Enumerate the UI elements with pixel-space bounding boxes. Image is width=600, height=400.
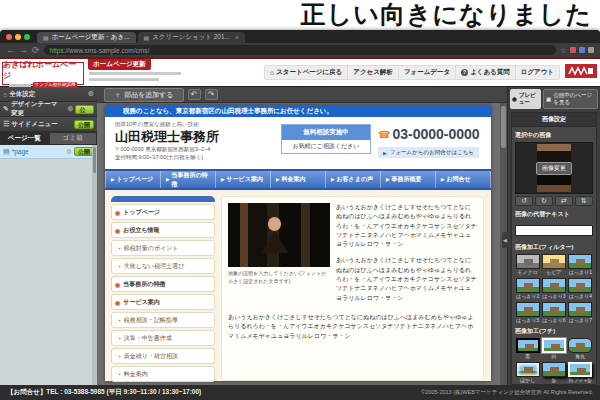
menu-item[interactable]: ◉お役立ち情報 — [111, 222, 215, 238]
editor-main: ＋ 部品を追加する ↶ ↷ 税務のことなら、東京都新宿区の山田税理士事務所にお任… — [97, 87, 507, 385]
filter-option[interactable]: はっきり2 — [515, 278, 540, 300]
site-nav-overview[interactable]: ▶事務所概要 — [380, 171, 435, 188]
filter-option[interactable]: はっきり1 — [568, 254, 593, 276]
sidebar-item-design-theme[interactable]: ✎ デザインテーマ変更 ⚙ 公開 — [0, 102, 97, 117]
site-nav-contact[interactable]: ▶お問合せ — [435, 171, 491, 188]
image-tools: ↺ ↻ ⇄ ⇅ — [515, 196, 593, 206]
publish-button[interactable]: 公開 — [74, 120, 94, 129]
filter-option[interactable]: はっきり6 — [541, 302, 566, 324]
rotate-right-button[interactable]: ↻ — [535, 196, 553, 206]
paragraph: あいうえおかきくけこさしすせそたちつてとなにぬねのはひふへほまみむめもやゃゆゅよ… — [336, 256, 477, 302]
content-photo[interactable] — [228, 203, 330, 267]
page-row-selected[interactable]: ▤ *page ⚙ 公開 — [0, 145, 97, 159]
menu-icon: ☰ — [3, 120, 9, 128]
filter-option[interactable]: はっきり7 — [568, 302, 593, 324]
consult-sub: お気軽にご相談ください — [282, 140, 370, 153]
zoom-window-icon[interactable] — [24, 34, 30, 40]
browser-action-icons: ☆ — [560, 46, 594, 55]
site-body: ◉トップページ ◉お役立ち情報 ▪節税対策のポイント ▪失敗しない税理士選び ◉… — [105, 190, 491, 381]
cms-top-nav: ⌂ スタートページに戻る アクセス解析 フォームデータ ? よくある質問 ログア… — [264, 65, 560, 80]
minimize-window-icon[interactable] — [15, 34, 21, 40]
filter-option[interactable]: はっきり4 — [568, 278, 593, 300]
site-hours: 受付時間:9:00~17:00(土日祝を除く) — [115, 154, 203, 161]
browser-tab-cms[interactable]: ▤ ホームページ更新・あき... — [37, 32, 136, 43]
site-nav-pricing[interactable]: ▶料金案内 — [270, 171, 325, 188]
footer-copyright: ©2005-2013 (株)WEBマーケティング総合研究所 All Rights… — [421, 389, 593, 396]
back-icon[interactable]: ← — [6, 45, 15, 55]
menu-item[interactable]: ▪料金案内 — [111, 366, 215, 382]
gear-icon[interactable]: ⚙ — [88, 90, 94, 98]
site-nav-services[interactable]: ▶サービス案内 — [215, 171, 270, 188]
browser-tab-screenshot[interactable]: ▤ スクリーンショット 201... × — [138, 32, 246, 43]
browser-menu-icon[interactable] — [588, 47, 594, 53]
filter-option[interactable]: はっきり3 — [541, 278, 566, 300]
nav-faq[interactable]: ? よくある質問 — [456, 66, 516, 79]
site-nav-top[interactable]: ▶トップページ — [105, 171, 160, 188]
panel-title: 画像設定 — [512, 113, 596, 127]
extension-icon[interactable] — [579, 47, 585, 53]
nav-start-page[interactable]: ⌂ スタートページに戻る — [265, 66, 348, 79]
bookmark-star-icon[interactable]: ☆ — [560, 46, 567, 55]
publish-button[interactable]: 公開 — [75, 105, 94, 114]
view-live-page-button[interactable]: ▣ 公開中のページを見る — [543, 89, 598, 109]
gear-icon[interactable]: ⚙ — [67, 105, 73, 113]
page-icon: ▤ — [3, 148, 10, 156]
tab-page-list[interactable]: ページ一覧 — [0, 132, 49, 145]
menu-item[interactable]: ▪決算・申告書作成 — [111, 330, 215, 346]
panel-collapse-handle[interactable]: ◀ — [502, 232, 508, 248]
filter-option[interactable]: モノクロ — [515, 254, 540, 276]
nav-logout[interactable]: ログアウト — [516, 66, 559, 79]
gear-icon[interactable]: ⚙ — [66, 148, 72, 156]
filter-option[interactable]: セピア — [541, 254, 566, 276]
menu-item[interactable]: ◉サービス案内 — [111, 294, 215, 310]
reload-icon[interactable]: ⟳ — [32, 45, 40, 55]
extension-icon[interactable] — [570, 47, 576, 53]
preview-button[interactable]: ◉ プレビュー — [510, 89, 541, 109]
menu-item[interactable]: ◉トップページ — [111, 204, 215, 220]
filter-option[interactable]: はっきり5 — [515, 302, 540, 324]
redo-button[interactable]: ↷ — [205, 89, 218, 100]
window-controls[interactable] — [6, 34, 30, 40]
change-image-button[interactable]: 画像変更 — [536, 162, 572, 175]
forward-icon[interactable]: → — [19, 45, 28, 55]
site-nav-features[interactable]: ▶当事務所の特徴 — [160, 171, 215, 188]
site-nav-voices[interactable]: ▶お客さまの声 — [325, 171, 380, 188]
tab-trash[interactable]: ゴミ箱 — [49, 132, 98, 145]
undo-button[interactable]: ↶ — [188, 89, 201, 100]
publish-button[interactable]: 公開 — [74, 147, 94, 156]
menu-item[interactable]: ▪節税対策のポイント — [111, 240, 215, 256]
contact-form-link[interactable]: ▶ フォームからのお問合せはこちら — [378, 147, 479, 158]
selected-image-thumb: 画像変更 — [515, 142, 593, 194]
flip-horizontal-button[interactable]: ⇄ — [555, 196, 573, 206]
nav-access-analytics[interactable]: アクセス解析 — [348, 66, 399, 79]
close-window-icon[interactable] — [6, 34, 12, 40]
rotate-left-button[interactable]: ↺ — [515, 196, 533, 206]
menu-item[interactable]: ▪失敗しない税理士選び — [111, 258, 215, 274]
border-grid: 黒 白 角丸 ぼかし 影 白フチ+影 — [515, 338, 593, 384]
border-option[interactable]: 白フチ+影 — [568, 362, 593, 384]
menu-item[interactable]: ◉当事務所の特徴 — [111, 276, 215, 292]
flip-vertical-button[interactable]: ⇅ — [575, 196, 593, 206]
site-content: 画像の説明を入力してください(フォントが小さく設定された文章です) あいうえおか… — [221, 196, 484, 381]
cms-footer: 【お問合せ】TEL : 03-5388-5985 (平日 9:30~11:30 … — [0, 385, 600, 400]
monitor-icon: ▣ — [546, 96, 551, 102]
menu-header-bar — [111, 196, 215, 202]
tab-favicon-icon: ▤ — [43, 34, 49, 41]
nav-form-data[interactable]: フォームデータ — [399, 66, 456, 79]
alt-text-input[interactable] — [515, 225, 593, 236]
border-option[interactable]: 影 — [541, 362, 566, 384]
border-option[interactable]: 黒 — [515, 338, 540, 360]
consult-badge: 無料相談実施中 — [282, 125, 370, 140]
border-option[interactable]: ぼかし — [515, 362, 540, 384]
border-option[interactable]: 白 — [541, 338, 566, 360]
border-option[interactable]: 角丸 — [568, 338, 593, 360]
browser-tabstrip: ▤ ホームページ更新・あき... ▤ スクリーンショット 201... × — [0, 30, 600, 43]
add-part-button[interactable]: ＋ 部品を追加する — [104, 88, 184, 102]
tab-favicon-icon: ▤ — [144, 34, 150, 41]
menu-item[interactable]: ▪資金繰り・経営相談 — [111, 348, 215, 364]
sidebar-tabs: ページ一覧 ゴミ箱 — [0, 132, 97, 145]
address-bar[interactable]: https ://www.sms-sample.com/cms/ — [44, 45, 556, 55]
sidebar-item-side-menu[interactable]: ☰ サイドメニュー 公開 — [0, 117, 97, 132]
menu-item[interactable]: ▪税務相談・記帳指導 — [111, 312, 215, 328]
tab-close-icon[interactable]: × — [235, 34, 239, 41]
